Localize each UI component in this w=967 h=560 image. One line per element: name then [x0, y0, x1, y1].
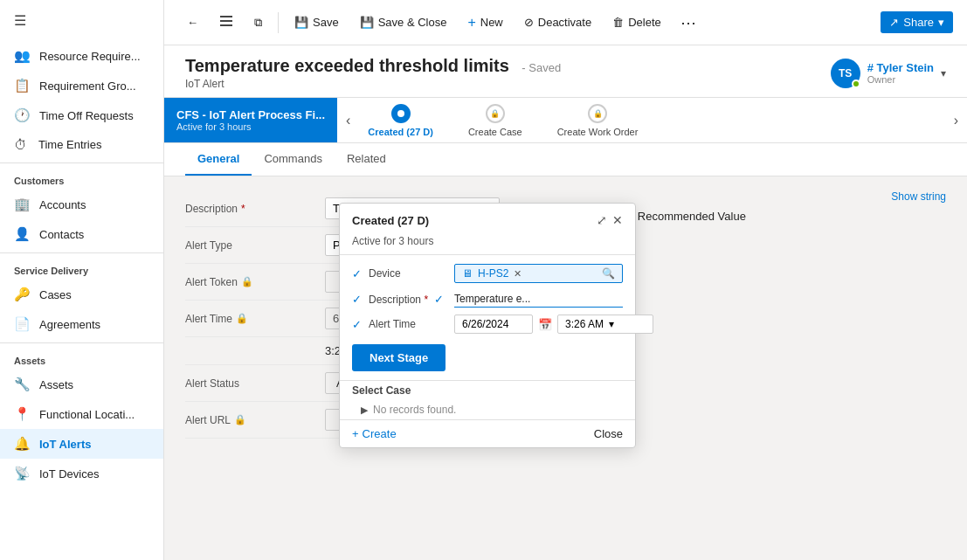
record-owner[interactable]: TS # Tyler Stein Owner ▾	[831, 59, 946, 88]
sidebar-hamburger[interactable]: ☰	[0, 0, 163, 41]
new-window-button[interactable]: ⧉	[245, 11, 271, 34]
back-button[interactable]: ←	[178, 11, 207, 33]
popup-footer: + Create Close	[340, 419, 635, 447]
popup-form: ✓ Device 🖥 H-PS2 ✕ 🔍 ✓ D	[340, 255, 635, 380]
description-check2-icon: ✓	[434, 293, 444, 306]
save-close-label: Save & Close	[378, 16, 447, 29]
sidebar-item-agreements[interactable]: 📄 Agreements	[0, 309, 163, 339]
popup-close-button[interactable]: ✕	[612, 213, 623, 227]
avatar-initials: TS	[839, 67, 852, 80]
record-title-area: Temperature exceeded threshold limits - …	[185, 56, 561, 90]
description-label-text: Description	[185, 203, 238, 215]
popup-close-footer-button[interactable]: Close	[594, 427, 623, 440]
popup-expand-button[interactable]: ⤢	[597, 213, 607, 227]
avatar-online-indicator	[852, 80, 860, 88]
sidebar-item-label: IoT Devices	[39, 467, 99, 480]
device-label: Device	[369, 267, 447, 280]
show-string-link[interactable]: Show string	[891, 190, 946, 203]
save-label: Save	[313, 16, 339, 29]
customers-section-label: Customers	[0, 167, 163, 190]
popup-title: Created (27 D)	[352, 214, 429, 227]
service-delivery-section-label: Service Delivery	[0, 257, 163, 280]
popup-info-text: Active for 3 hours	[352, 235, 433, 247]
sidebar-item-time-off[interactable]: 🕐 Time Off Requests	[0, 100, 163, 130]
calendar-icon[interactable]: 📅	[538, 318, 552, 331]
new-icon: +	[467, 15, 475, 31]
popup-create-button[interactable]: + Create	[352, 427, 397, 440]
alert-token-lock-icon: 🔒	[241, 276, 253, 287]
step-circle-created	[391, 104, 411, 123]
alert-status-label-text: Alert Status	[185, 377, 239, 390]
alert-time-check-icon: ✓	[352, 318, 362, 331]
alert-url-label: Alert URL 🔒	[185, 414, 325, 426]
sidebar-item-accounts[interactable]: 🏢 Accounts	[0, 190, 163, 219]
avatar: TS	[831, 59, 860, 88]
device-tag-value: H-PS2	[478, 267, 508, 280]
more-button[interactable]: ⋯	[673, 9, 703, 37]
popup-time-select[interactable]: 3:26 AM ▾	[557, 315, 653, 334]
alert-token-label-text: Alert Token	[185, 276, 238, 288]
iot-devices-icon: 📡	[14, 466, 31, 481]
device-remove-button[interactable]: ✕	[514, 268, 521, 280]
device-tag[interactable]: 🖥 H-PS2 ✕ 🔍	[454, 264, 623, 283]
sidebar-item-contacts[interactable]: 👤 Contacts	[0, 219, 163, 249]
save-close-button[interactable]: 💾 Save & Close	[351, 11, 456, 33]
iot-alerts-icon: 🔔	[14, 436, 31, 452]
device-search-icon[interactable]: 🔍	[602, 267, 615, 280]
process-nav-right[interactable]: ›	[945, 98, 967, 142]
alert-time-lock-icon: 🔒	[236, 313, 248, 324]
next-stage-button[interactable]: Next Stage	[352, 344, 446, 371]
sidebar-item-time-entries[interactable]: ⏱ Time Entries	[0, 130, 163, 159]
sidebar-item-functional-loc[interactable]: 📍 Functional Locati...	[0, 399, 163, 429]
back-icon: ←	[187, 16, 198, 29]
tab-related[interactable]: Related	[335, 143, 398, 176]
process-steps: Created (27 D) Create Case Create Work O…	[359, 98, 944, 142]
sidebar-item-iot-alerts[interactable]: 🔔 IoT Alerts	[0, 429, 163, 459]
cases-icon: 🔑	[14, 287, 31, 302]
process-bar: CFS - IoT Alert Process Fi... Active for…	[164, 98, 967, 143]
alert-type-label-text: Alert Type	[185, 239, 232, 252]
sidebar-item-resource-req[interactable]: 👥 Resource Require...	[0, 41, 163, 71]
sidebar-item-assets[interactable]: 🔧 Assets	[0, 370, 163, 399]
sidebar: ☰ 👥 Resource Require... 📋 Requirement Gr…	[0, 0, 164, 560]
sidebar-item-label: Accounts	[39, 198, 86, 211]
description-popup-input[interactable]	[454, 291, 623, 308]
new-button[interactable]: + New	[459, 10, 511, 35]
process-nav-left[interactable]: ‹	[337, 98, 359, 142]
process-step-create-case[interactable]: Create Case	[468, 104, 522, 137]
sidebar-item-requirement-grp[interactable]: 📋 Requirement Gro...	[0, 71, 163, 100]
owner-info: # Tyler Stein Owner	[867, 61, 934, 85]
save-button[interactable]: 💾 Save	[286, 11, 348, 33]
device-tag-icon: 🖥	[462, 267, 473, 280]
time-value: 3:26 AM	[565, 318, 604, 330]
process-step-created[interactable]: Created (27 D)	[368, 104, 433, 137]
share-button[interactable]: ↗ Share ▾	[881, 11, 953, 33]
alert-url-lock-icon: 🔒	[234, 414, 246, 425]
process-active-stage[interactable]: CFS - IoT Alert Process Fi... Active for…	[164, 98, 337, 142]
delete-label: Delete	[628, 16, 661, 29]
create-plus-icon: +	[352, 427, 359, 440]
stage-time: Active for 3 hours	[176, 121, 325, 132]
tab-commands[interactable]: Commands	[252, 143, 334, 176]
sidebar-item-label: Requirement Gro...	[39, 80, 136, 93]
owner-chevron-icon[interactable]: ▾	[941, 67, 946, 80]
popup-info-bar: Active for 3 hours	[340, 232, 635, 254]
functional-loc-icon: 📍	[14, 406, 31, 422]
new-label: New	[480, 16, 503, 29]
sidebar-item-label: Contacts	[39, 228, 84, 241]
popup-date-row: 📅 3:26 AM ▾	[454, 315, 653, 334]
sidebar-item-cases[interactable]: 🔑 Cases	[0, 280, 163, 309]
list-view-button[interactable]	[211, 10, 242, 35]
main-area: ← ⧉ 💾 Save 💾 Save & Close + New ⊘ Deacti…	[164, 0, 967, 560]
alert-url-label-text: Alert URL	[185, 414, 231, 426]
sidebar-item-iot-devices[interactable]: 📡 IoT Devices	[0, 459, 163, 488]
process-step-create-work-order[interactable]: Create Work Order	[557, 104, 639, 137]
sidebar-item-label: IoT Alerts	[39, 438, 91, 451]
deactivate-button[interactable]: ⊘ Deactivate	[515, 11, 600, 33]
time-off-icon: 🕐	[14, 107, 31, 123]
tab-general[interactable]: General	[185, 143, 252, 176]
delete-button[interactable]: 🗑 Delete	[604, 11, 670, 33]
list-icon	[219, 14, 233, 31]
description-popup-value	[454, 290, 623, 308]
popup-date-input[interactable]	[454, 315, 533, 334]
